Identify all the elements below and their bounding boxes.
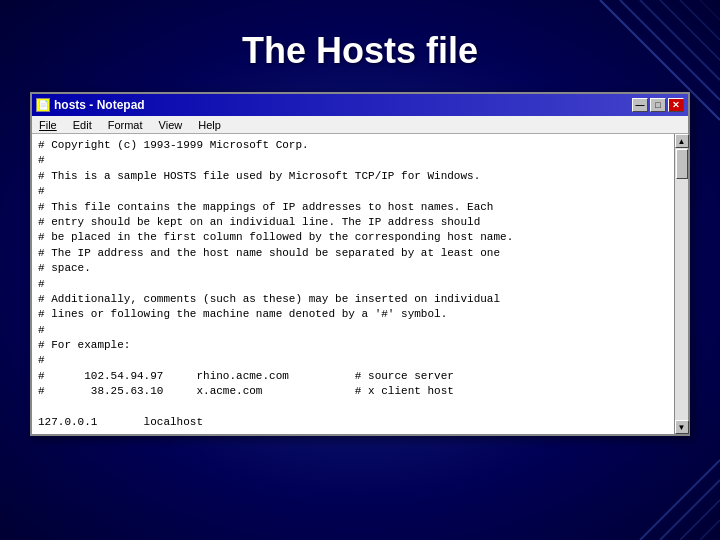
scroll-down-arrow[interactable]: ▼	[675, 420, 689, 434]
title-bar-buttons: — □ ✕	[632, 98, 684, 112]
menu-file[interactable]: File	[36, 119, 60, 131]
content-area: # Copyright (c) 1993-1999 Microsoft Corp…	[32, 134, 688, 434]
maximize-button[interactable]: □	[650, 98, 666, 112]
title-bar: 📄 hosts - Notepad — □ ✕	[32, 94, 688, 116]
notepad-window: 📄 hosts - Notepad — □ ✕ File Edit Format…	[30, 92, 690, 436]
scrollbar[interactable]: ▲ ▼	[674, 134, 688, 434]
close-button[interactable]: ✕	[668, 98, 684, 112]
hosts-file-content: # Copyright (c) 1993-1999 Microsoft Corp…	[38, 138, 668, 430]
svg-line-9	[700, 520, 720, 540]
svg-line-2	[640, 0, 720, 80]
bg-decoration-bottom	[600, 420, 720, 540]
slide-title: The Hosts file	[242, 30, 478, 72]
title-bar-text: hosts - Notepad	[54, 98, 145, 112]
svg-line-5	[700, 0, 720, 20]
notepad-icon: 📄	[36, 98, 50, 112]
notepad-content[interactable]: # Copyright (c) 1993-1999 Microsoft Corp…	[32, 134, 688, 434]
svg-line-4	[680, 0, 720, 40]
menu-view[interactable]: View	[156, 119, 186, 131]
svg-line-7	[660, 480, 720, 540]
minimize-button[interactable]: —	[632, 98, 648, 112]
svg-line-1	[620, 0, 720, 100]
scroll-track[interactable]	[675, 148, 688, 420]
svg-line-8	[680, 500, 720, 540]
svg-line-6	[640, 460, 720, 540]
scroll-up-arrow[interactable]: ▲	[675, 134, 689, 148]
menu-bar: File Edit Format View Help	[32, 116, 688, 134]
svg-line-3	[660, 0, 720, 60]
menu-help[interactable]: Help	[195, 119, 224, 131]
title-bar-left: 📄 hosts - Notepad	[36, 98, 145, 112]
menu-edit[interactable]: Edit	[70, 119, 95, 131]
menu-format[interactable]: Format	[105, 119, 146, 131]
scroll-thumb[interactable]	[676, 149, 688, 179]
